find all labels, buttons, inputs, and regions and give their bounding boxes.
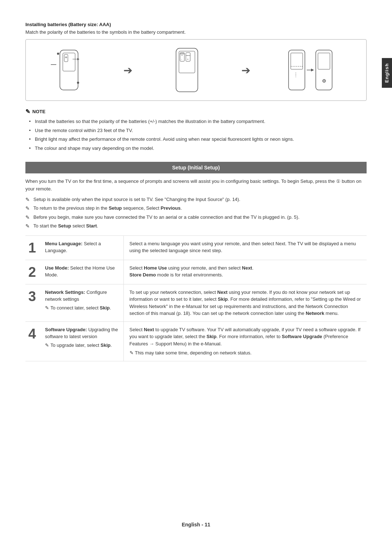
setup-note-item: To start the Setup select Start. (25, 222, 367, 230)
footer-label: English - 11 (182, 522, 211, 527)
step-right-note-4: ✎ This may take some time, depending on … (130, 349, 364, 357)
setup-notes: Setup is available only when the input s… (25, 196, 367, 230)
step-row-3: 3 Network Settings: Configure network se… (25, 284, 367, 321)
step-title-2: Use Mode: (45, 265, 70, 271)
battery-step3-img (285, 46, 343, 94)
svg-point-6 (77, 82, 79, 84)
note-item: Install the batteries so that the polari… (29, 118, 367, 125)
setup-note-item: Before you begin, make sure you have con… (25, 214, 367, 221)
battery-step1-img (49, 46, 89, 94)
svg-rect-22 (316, 50, 332, 90)
svg-text:+: + (181, 54, 183, 57)
step-note-3: ✎ To connect later, select Skip. (45, 304, 119, 312)
svg-marker-21 (311, 69, 314, 71)
note-section: ✎ NOTE Install the batteries so that the… (25, 108, 367, 152)
step-left-3: Network Settings: Configure network sett… (44, 284, 123, 321)
page-footer: English - 11 (0, 522, 392, 527)
svg-rect-19 (291, 53, 303, 69)
note-icon: ✎ (25, 108, 30, 115)
arrow1: ➔ (123, 64, 132, 77)
svg-rect-1 (63, 53, 75, 71)
step-left-4: Software Upgrade: Upgrading the software… (44, 321, 123, 361)
svg-text:-: - (187, 54, 188, 57)
step-title-3: Network Settings: (45, 290, 86, 295)
note-item: The colour and shape may vary depending … (29, 145, 367, 152)
step-number-4: 4 (25, 321, 44, 361)
note-pen-icon: ✎ (45, 304, 49, 312)
step-right-1: Select a menu language you want using yo… (123, 235, 367, 260)
note-pen-icon-4: ✎ (45, 342, 49, 349)
arrow2: ➔ (241, 64, 250, 77)
step-right-4: Select Next to upgrade TV software. Your… (123, 321, 367, 361)
step-note-4: ✎ To upgrade later, select Skip. (45, 342, 119, 349)
battery-description: Match the polarity of the batteries to t… (25, 29, 367, 35)
note-item: Bright light may affect the performance … (29, 136, 367, 143)
setup-note-item: To return to the previous step in the Se… (25, 205, 367, 212)
note-item: Use the remote control within 23 feet of… (29, 127, 367, 134)
svg-rect-18 (289, 50, 305, 90)
note-list: Install the batteries so that the polari… (25, 118, 367, 152)
step-note-text-4: To upgrade later, select Skip. (50, 342, 112, 349)
setup-header: Setup (Initial Setup) (25, 162, 367, 173)
note-pen-icon-r4: ✎ (130, 349, 134, 357)
side-tab: English (382, 58, 392, 88)
step-right-note-text-4: This may take some time, depending on ne… (135, 349, 252, 357)
step-row-2: 2 Use Mode: Select the Home Use Mode. Se… (25, 260, 367, 284)
svg-text:-: - (181, 58, 182, 61)
battery-diagram: ➔ + - - + ➔ (25, 39, 367, 101)
svg-point-5 (57, 53, 59, 55)
step-right-2: Select Home Use using your remote, and t… (123, 260, 367, 284)
setup-intro: When you turn the TV on for the first ti… (25, 178, 367, 193)
step-row-1: 1 Menu Language: Select a Language. Sele… (25, 235, 367, 260)
steps-table: 1 Menu Language: Select a Language. Sele… (25, 235, 367, 361)
battery-step2-img: + - - + (167, 46, 207, 94)
svg-marker-7 (77, 58, 79, 60)
step-left-1: Menu Language: Select a Language. (44, 235, 123, 260)
step-right-3: To set up your network connection, selec… (123, 284, 367, 321)
step-left-2: Use Mode: Select the Home Use Mode. (44, 260, 123, 284)
setup-note-item: Setup is available only when the input s… (25, 196, 367, 203)
step-title-1: Menu Language: (45, 241, 82, 246)
note-label: NOTE (32, 109, 45, 114)
step-number-1: 1 (25, 235, 44, 260)
step-row-4: 4 Software Upgrade: Upgrading the softwa… (25, 321, 367, 361)
step-number-2: 2 (25, 260, 44, 284)
svg-text:+: + (187, 58, 189, 61)
svg-rect-23 (318, 53, 330, 69)
step-number-3: 3 (25, 284, 44, 321)
battery-title: Installing batteries (Battery size: AAA) (25, 22, 367, 27)
page-container: English Installing batteries (Battery si… (0, 0, 392, 542)
step-title-4: Software Upgrade: (45, 327, 88, 332)
note-header: ✎ NOTE (25, 108, 367, 115)
step-note-text-3: To connect later, select Skip. (50, 304, 111, 312)
